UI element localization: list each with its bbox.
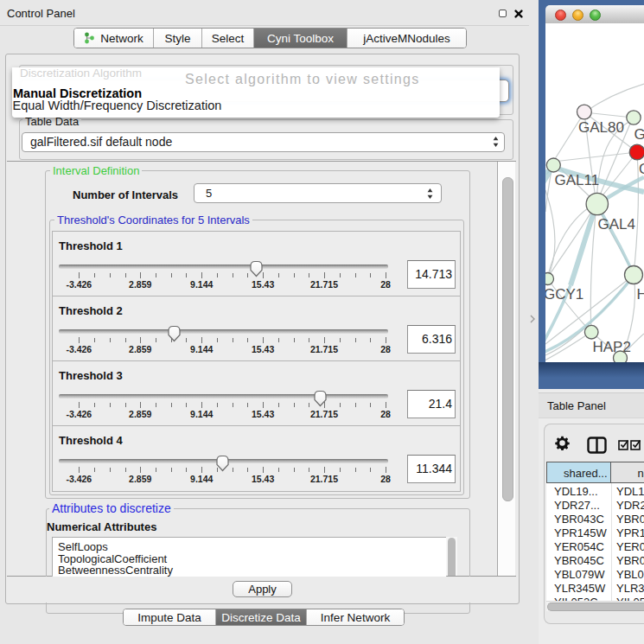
svg-text:H: H: [637, 286, 644, 303]
svg-text:GAL80: GAL80: [578, 119, 624, 136]
svg-text:G...: G...: [634, 126, 644, 143]
svg-text:GAL11: GAL11: [555, 172, 600, 188]
svg-text:GCY1: GCY1: [545, 286, 583, 303]
svg-text:GAL4: GAL4: [598, 216, 635, 233]
svg-text:C: C: [639, 161, 644, 177]
svg-text:HAP2: HAP2: [593, 339, 631, 355]
